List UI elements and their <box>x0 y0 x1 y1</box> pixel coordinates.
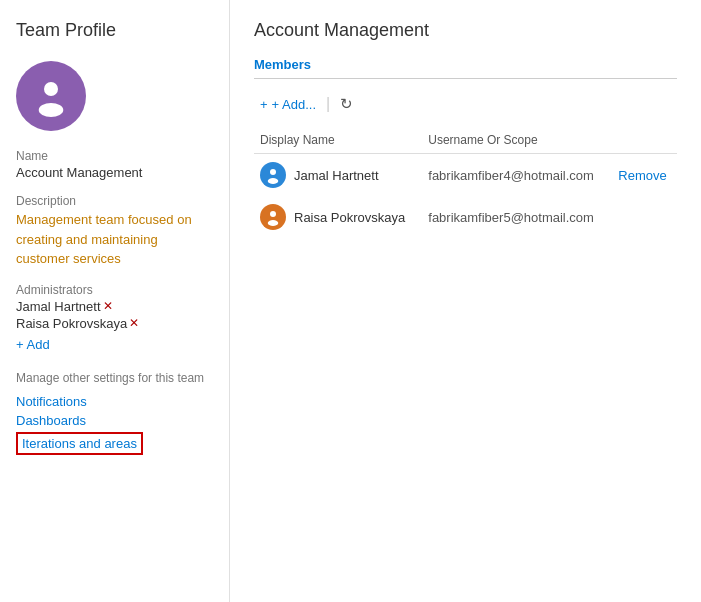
toolbar-separator: | <box>326 95 330 113</box>
dashboards-link[interactable]: Dashboards <box>16 413 213 428</box>
page-title: Account Management <box>254 20 677 41</box>
member-avatar <box>260 162 286 188</box>
member-name-cell: Raisa Pokrovskaya <box>254 196 422 238</box>
description-label: Description <box>16 194 213 208</box>
col-username: Username Or Scope <box>422 129 612 154</box>
admin-item: Jamal Hartnett ✕ <box>16 299 213 314</box>
members-table: Display Name Username Or Scope Jamal Har… <box>254 129 677 238</box>
admin-item: Raisa Pokrovskaya ✕ <box>16 316 213 331</box>
member-email: fabrikamfiber4@hotmail.com <box>422 154 612 197</box>
remove-admin-2[interactable]: ✕ <box>129 316 139 330</box>
member-name: Jamal Hartnett <box>294 168 379 183</box>
svg-point-2 <box>270 169 276 175</box>
svg-point-0 <box>44 82 58 96</box>
add-button-label: + Add... <box>272 97 316 112</box>
remove-button[interactable]: Remove <box>618 168 666 183</box>
member-name: Raisa Pokrovskaya <box>294 210 405 225</box>
name-label: Name <box>16 149 213 163</box>
svg-point-5 <box>268 220 279 226</box>
notifications-link[interactable]: Notifications <box>16 394 213 409</box>
refresh-icon: ↻ <box>340 95 353 112</box>
svg-point-4 <box>270 211 276 217</box>
team-avatar <box>16 61 86 131</box>
svg-point-3 <box>268 178 279 184</box>
table-row: Raisa Pokrovskaya fabrikamfiber5@hotmail… <box>254 196 677 238</box>
table-row: Jamal Hartnett fabrikamfiber4@hotmail.co… <box>254 154 677 197</box>
remove-admin-1[interactable]: ✕ <box>103 299 113 313</box>
member-email: fabrikamfiber5@hotmail.com <box>422 196 612 238</box>
administrators-label: Administrators <box>16 283 213 297</box>
members-section-title: Members <box>254 57 677 72</box>
col-actions <box>612 129 677 154</box>
col-display-name: Display Name <box>254 129 422 154</box>
section-divider <box>254 78 677 79</box>
add-button[interactable]: + + Add... <box>254 93 322 116</box>
sidebar: Team Profile Name Account Management Des… <box>0 0 230 602</box>
add-admin-link[interactable]: + Add <box>16 337 50 352</box>
main-content: Account Management Members + + Add... | … <box>230 0 701 602</box>
description-text: Management team focused on creating and … <box>16 210 213 269</box>
manage-label: Manage other settings for this team <box>16 370 213 387</box>
sidebar-title: Team Profile <box>16 20 213 41</box>
member-name-cell: Jamal Hartnett <box>254 154 422 197</box>
admin-name-2: Raisa Pokrovskaya <box>16 316 127 331</box>
toolbar: + + Add... | ↻ <box>254 91 677 117</box>
remove-cell: Remove <box>612 154 677 197</box>
member-avatar <box>260 204 286 230</box>
plus-icon: + <box>260 97 268 112</box>
team-name-value: Account Management <box>16 165 213 180</box>
svg-point-1 <box>39 103 64 117</box>
refresh-button[interactable]: ↻ <box>334 91 359 117</box>
remove-cell <box>612 196 677 238</box>
admin-name-1: Jamal Hartnett <box>16 299 101 314</box>
iterations-and-areas-link[interactable]: Iterations and areas <box>16 432 143 455</box>
